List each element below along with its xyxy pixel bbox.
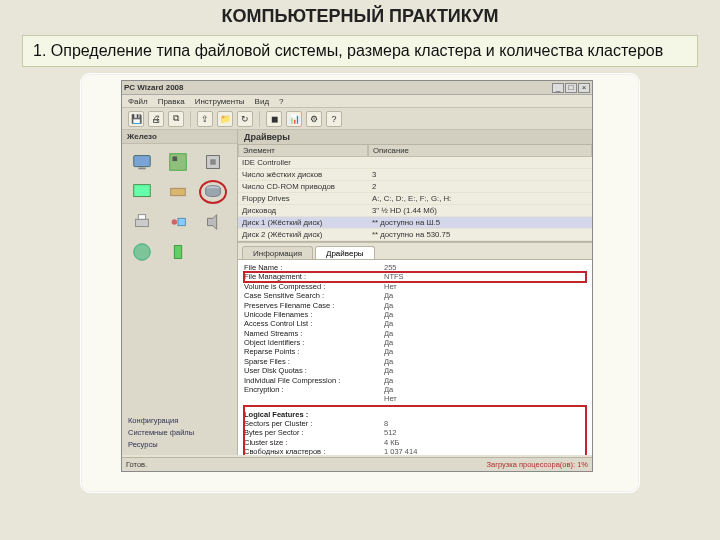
detail-val: 512 bbox=[384, 428, 586, 437]
detail-val: Нет bbox=[384, 394, 586, 403]
svg-rect-9 bbox=[136, 219, 149, 226]
detail-val: Да bbox=[384, 385, 586, 394]
svg-rect-1 bbox=[138, 168, 145, 170]
sidebar-link-resources[interactable]: Ресурсы bbox=[128, 440, 231, 449]
menu-bar[interactable]: Файл Правка Инструменты Вид ? bbox=[122, 95, 592, 108]
chart-icon[interactable]: 📊 bbox=[286, 111, 302, 127]
detail-val: Да bbox=[384, 291, 586, 300]
power-icon[interactable] bbox=[164, 240, 192, 264]
detail-key: Reparse Points : bbox=[244, 347, 384, 356]
detail-key: Volume is Compressed : bbox=[244, 282, 384, 291]
col-element[interactable]: Элемент bbox=[238, 145, 368, 157]
detail-key: Unicode Filenames : bbox=[244, 310, 384, 319]
detail-val: Да bbox=[384, 329, 586, 338]
refresh-icon[interactable]: ↻ bbox=[237, 111, 253, 127]
detail-key: Named Streams : bbox=[244, 329, 384, 338]
detail-val: Да bbox=[384, 338, 586, 347]
app-window: PC Wizard 2008 _ □ × Файл Правка Инструм… bbox=[121, 80, 593, 472]
slide-title: КОМПЬЮТЕРНЫЙ ПРАКТИКУМ bbox=[0, 0, 720, 31]
status-ready: Готов. bbox=[126, 460, 147, 469]
cell[interactable]: ** доступно на 530.75 bbox=[368, 229, 592, 241]
tab-info[interactable]: Информация bbox=[242, 246, 313, 259]
cell[interactable]: Число CD-ROM приводов bbox=[238, 181, 368, 193]
menu-help[interactable]: ? bbox=[279, 97, 283, 106]
element-grid: Элемент Описание IDE Controller Число жё… bbox=[238, 145, 592, 242]
menu-tools[interactable]: Инструменты bbox=[195, 97, 245, 106]
cell[interactable]: Диск 2 (Жёсткий диск) bbox=[238, 229, 368, 241]
hardware-icon-grid bbox=[122, 144, 237, 270]
display-icon[interactable] bbox=[128, 180, 156, 204]
cell[interactable]: 3" ½ HD (1.44 Мб) bbox=[368, 205, 592, 217]
cell[interactable]: Число жёстких дисков bbox=[238, 169, 368, 181]
screenshot-frame: PC Wizard 2008 _ □ × Файл Правка Инструм… bbox=[80, 73, 640, 493]
cell[interactable]: 3 bbox=[368, 169, 592, 181]
menu-file[interactable]: Файл bbox=[128, 97, 148, 106]
detail-key: Access Control List : bbox=[244, 319, 384, 328]
detail-val: 255 bbox=[384, 263, 586, 272]
task-text: 1. Определение типа файловой системы, ра… bbox=[22, 35, 698, 67]
separator bbox=[259, 111, 260, 127]
maximize-button[interactable]: □ bbox=[565, 83, 577, 93]
cpu-icon[interactable] bbox=[199, 150, 227, 174]
cell[interactable]: IDE Controller bbox=[238, 157, 368, 169]
detail-panel[interactable]: File Name :255 File Management :NTFS Vol… bbox=[238, 259, 592, 455]
save-icon[interactable]: 💾 bbox=[128, 111, 144, 127]
status-cpu: Загрузка процессора(ов): 1% bbox=[487, 460, 588, 469]
logical-header: Logical Features : bbox=[244, 410, 384, 419]
summary-icon[interactable] bbox=[128, 150, 156, 174]
cell[interactable]: ** доступно на Ш.5 bbox=[368, 217, 592, 229]
cell[interactable]: Дисковод bbox=[238, 205, 368, 217]
io-icon[interactable] bbox=[164, 180, 192, 204]
col-description[interactable]: Описание bbox=[368, 145, 592, 157]
detail-key: Sectors per Cluster : bbox=[244, 419, 384, 428]
svg-rect-12 bbox=[178, 218, 185, 225]
detail-key: Sparse Files : bbox=[244, 357, 384, 366]
svg-rect-10 bbox=[138, 215, 145, 220]
detail-val: 1 037 414 bbox=[384, 447, 586, 455]
sidebar-link-sysfiles[interactable]: Системные файлы bbox=[128, 428, 231, 437]
detail-val: 4 КБ bbox=[384, 438, 586, 447]
cell[interactable] bbox=[368, 157, 592, 169]
detail-key: Individual File Compression : bbox=[244, 376, 384, 385]
detail-val: NTFS bbox=[384, 272, 586, 281]
svg-point-13 bbox=[134, 244, 151, 261]
svg-point-11 bbox=[171, 219, 177, 225]
printer-icon[interactable] bbox=[128, 210, 156, 234]
print-icon[interactable]: 🖨 bbox=[148, 111, 164, 127]
tab-drivers[interactable]: Драйверы bbox=[315, 246, 375, 259]
multimedia-icon[interactable] bbox=[199, 210, 227, 234]
menu-view[interactable]: Вид bbox=[255, 97, 269, 106]
detail-key: Preserves Filename Case : bbox=[244, 301, 384, 310]
detail-key: Object Identifiers : bbox=[244, 338, 384, 347]
cell[interactable]: Диск 1 (Жёсткий диск) bbox=[238, 217, 368, 229]
cell[interactable]: A:, C:, D:, E:, F:, G:, H: bbox=[368, 193, 592, 205]
copy-icon[interactable]: ⧉ bbox=[168, 111, 184, 127]
tool-icon[interactable]: ⚙ bbox=[306, 111, 322, 127]
stop-icon[interactable]: ◼ bbox=[266, 111, 282, 127]
detail-key: User Disk Quotas : bbox=[244, 366, 384, 375]
network-icon[interactable] bbox=[128, 240, 156, 264]
titlebar[interactable]: PC Wizard 2008 _ □ × bbox=[122, 81, 592, 95]
svg-rect-2 bbox=[169, 154, 186, 171]
sidebar-header: Железо bbox=[122, 130, 237, 144]
sidebar-links: Конфигурация Системные файлы Ресурсы bbox=[122, 412, 237, 455]
detail-val: Да bbox=[384, 357, 586, 366]
detail-tabs: Информация Драйверы bbox=[238, 242, 592, 259]
cell[interactable]: 2 bbox=[368, 181, 592, 193]
menu-edit[interactable]: Правка bbox=[158, 97, 185, 106]
export-icon[interactable]: ⇪ bbox=[197, 111, 213, 127]
motherboard-icon[interactable] bbox=[164, 150, 192, 174]
minimize-button[interactable]: _ bbox=[552, 83, 564, 93]
detail-val: Да bbox=[384, 319, 586, 328]
sidebar-link-config[interactable]: Конфигурация bbox=[128, 416, 231, 425]
folder-icon[interactable]: 📁 bbox=[217, 111, 233, 127]
devices-icon[interactable] bbox=[164, 210, 192, 234]
pane-header: Драйверы bbox=[238, 130, 592, 145]
sidebar: Железо Конфигурация Системные фа bbox=[122, 130, 238, 455]
close-button[interactable]: × bbox=[578, 83, 590, 93]
detail-val: Да bbox=[384, 376, 586, 385]
drives-icon[interactable] bbox=[199, 180, 227, 204]
cell[interactable]: Floppy Drives bbox=[238, 193, 368, 205]
help-icon[interactable]: ? bbox=[326, 111, 342, 127]
svg-rect-3 bbox=[172, 157, 177, 162]
